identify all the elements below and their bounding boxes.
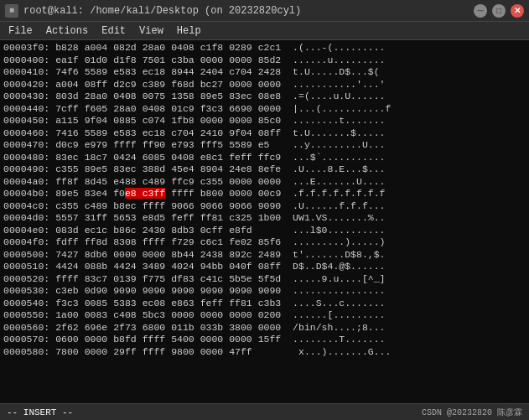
- hex-bytes: a115 9f04 0885 c074 1fb8 0000 0000 85c0: [55, 115, 281, 127]
- hex-address: 0000450:: [3, 115, 55, 127]
- ascii-representation: ......[.........: [281, 309, 385, 322]
- table-row: 00004b0: 89e5 83e4 f0e8 c3ff ffff b800 0…: [3, 188, 526, 200]
- ascii-representation: .(...-(.........: [281, 42, 385, 54]
- ascii-representation: ...l$0..........: [281, 225, 385, 237]
- ascii-representation: /bin/sh....;8...: [281, 322, 385, 334]
- hex-address: 0000560:: [3, 322, 55, 334]
- maximize-button[interactable]: □: [492, 4, 506, 18]
- table-row: 0000490: c355 89e5 83ec 388d 45e4 8904 2…: [3, 163, 526, 176]
- hex-address: 00004c0:: [3, 200, 55, 213]
- ascii-representation: ................: [281, 285, 385, 298]
- ascii-representation: ..y.........U...: [281, 139, 385, 152]
- menu-bar: FileActionsEditViewHelp: [0, 22, 529, 40]
- menu-item-actions[interactable]: Actions: [44, 25, 90, 37]
- hex-address: 0000460:: [3, 127, 55, 140]
- hex-bytes: 74f6 5589 e583 ec18 8944 2404 c704 2428: [55, 66, 281, 79]
- table-row: 0000470: d0c9 e979 ffff ff90 e793 fff5 5…: [3, 139, 526, 152]
- close-button[interactable]: ✕: [511, 4, 524, 18]
- table-row: 0000400: ea1f 01d0 d1f8 7501 c3ba 0000 0…: [3, 54, 526, 67]
- hex-address: 0000540:: [3, 298, 55, 310]
- title-bar: ■ root@kali: /home/kali/Desktop (on 2023…: [0, 0, 529, 22]
- ascii-representation: t.U.......$.....: [281, 127, 385, 140]
- hex-bytes: a004 08ff d2c9 c389 f68d bc27 0000 0000: [55, 79, 281, 91]
- hex-bytes: c355 c489 b8ec ffff 9066 9066 9066 9090: [55, 200, 281, 213]
- hex-address: 0000580:: [3, 346, 55, 359]
- hex-address: 0000520:: [3, 273, 55, 286]
- insert-mode: -- INSERT --: [7, 407, 73, 417]
- table-row: 0000480: 83ec 18c7 0424 6085 0408 e8c1 f…: [3, 152, 526, 164]
- hex-address: 0000530:: [3, 285, 55, 298]
- ascii-representation: .U....8.E...$...: [281, 163, 385, 176]
- table-row: 00003f0: b828 a004 082d 28a0 0408 c1f8 0…: [3, 42, 526, 54]
- hex-bytes: 4424 088b 4424 3489 4024 94bb 040f 08ff: [55, 261, 281, 273]
- menu-item-edit[interactable]: Edit: [100, 25, 127, 37]
- hex-bytes: 89e5 83e4 f0e8 c3ff ffff b800 0000 00c9: [55, 188, 281, 200]
- ascii-representation: ........T.......: [281, 334, 385, 346]
- table-row: 0000410: 74f6 5589 e583 ec18 8944 2404 c…: [3, 66, 526, 79]
- table-row: 0000540: f3c3 0085 5383 ec08 e863 feff f…: [3, 298, 526, 310]
- hex-address: 00004e0:: [3, 225, 55, 237]
- hex-address: 0000490:: [3, 163, 55, 176]
- hex-bytes: 83ec 18c7 0424 6085 0408 e8c1 feff ffc9: [55, 152, 281, 164]
- table-row: 0000550: 1a00 0083 c408 5bc3 0000 0000 0…: [3, 309, 526, 322]
- menu-item-view[interactable]: View: [137, 25, 165, 37]
- hex-address: 00004d0:: [3, 212, 55, 225]
- ascii-representation: ...........'...': [281, 79, 385, 91]
- minimize-button[interactable]: ─: [474, 4, 487, 18]
- hex-address: 0000440:: [3, 103, 55, 116]
- hex-bytes: 803d 28a0 0408 0075 1358 89e5 83ec 08e8: [55, 91, 281, 103]
- hex-bytes: 7416 5589 e583 ec18 c704 2410 9f04 08ff: [55, 127, 281, 140]
- hex-address: 0000570:: [3, 334, 55, 346]
- hex-address: 00004f0:: [3, 236, 55, 249]
- ascii-representation: ........t.......: [281, 115, 385, 127]
- ascii-representation: |...(...........f: [281, 103, 391, 116]
- table-row: 00004d0: 5557 31ff 5653 e8d5 feff ff81 c…: [3, 212, 526, 225]
- ascii-representation: t.U.....D$...$(: [281, 66, 379, 79]
- ascii-representation: UW1.VS.......%..: [281, 212, 385, 225]
- hex-address: 00003f0:: [3, 42, 55, 54]
- table-row: 0000580: 7800 0000 29ff ffff 9800 0000 4…: [3, 346, 526, 359]
- ascii-representation: ...$`...........: [281, 152, 385, 164]
- table-row: 00004f0: fdff ff8d 8308 ffff f729 c6c1 f…: [3, 236, 526, 249]
- hex-bytes: 0600 0000 b8fd ffff 5400 0000 0000 15ff: [55, 334, 281, 346]
- hex-address: 0000410:: [3, 66, 55, 79]
- ascii-representation: ......u.........: [281, 54, 385, 67]
- hex-address: 0000480:: [3, 152, 55, 164]
- table-row: 0000440: 7cff f605 28a0 0408 01c9 f3c3 6…: [3, 103, 526, 116]
- table-row: 0000460: 7416 5589 e583 ec18 c704 2410 9…: [3, 127, 526, 140]
- hex-bytes: 5557 31ff 5653 e8d5 feff ff81 c325 1b00: [55, 212, 281, 225]
- ascii-representation: .f.f.f.f.f.f.f.f: [281, 188, 385, 200]
- hex-address: 0000500:: [3, 249, 55, 262]
- hex-bytes: 7800 0000 29ff ffff 9800 0000 47ff: [55, 346, 287, 359]
- status-bar: -- INSERT -- CSDN @20232820 陈彦霖: [0, 403, 529, 420]
- hex-address: 0000550:: [3, 309, 55, 322]
- table-row: 0000430: 803d 28a0 0408 0075 1358 89e5 8…: [3, 91, 526, 103]
- ascii-representation: t'.......D$8.,$.: [281, 249, 385, 262]
- hex-address: 0000510:: [3, 261, 55, 273]
- ascii-representation: .U......f.f.f...: [281, 200, 385, 213]
- hex-bytes: f3c3 0085 5383 ec08 e863 feff ff81 c3b3: [55, 298, 281, 310]
- table-row: 0000510: 4424 088b 4424 3489 4024 94bb 0…: [3, 261, 526, 273]
- hex-bytes: 7427 8db6 0000 0000 8b44 2438 892c 2489: [55, 249, 281, 262]
- table-row: 00004a0: ff8f 8d45 e488 c489 ffc9 c355 0…: [3, 176, 526, 189]
- table-row: 0000420: a004 08ff d2c9 c389 f68d bc27 0…: [3, 79, 526, 91]
- ascii-representation: .........).....): [281, 236, 385, 249]
- hex-bytes: ff8f 8d45 e488 c489 ffc9 c355 0000 0000: [55, 176, 281, 189]
- ascii-representation: ...E.......U....: [281, 176, 385, 189]
- table-row: 0000570: 0600 0000 b8fd ffff 5400 0000 0…: [3, 334, 526, 346]
- hex-bytes: 2f62 696e 2f73 6800 011b 033b 3800 0000: [55, 322, 281, 334]
- hex-bytes: 083d ec1c b86c 2430 8db3 0cff e8fd: [55, 225, 281, 237]
- hex-bytes: c355 89e5 83ec 388d 45e4 8904 24e8 8efe: [55, 163, 281, 176]
- table-row: 0000530: c3eb 0d90 9090 9090 9090 9090 9…: [3, 285, 526, 298]
- hex-address: 00004b0:: [3, 188, 55, 200]
- menu-item-help[interactable]: Help: [175, 25, 203, 37]
- table-row: 00004e0: 083d ec1c b86c 2430 8db3 0cff e…: [3, 225, 526, 237]
- menu-item-file[interactable]: File: [7, 25, 34, 37]
- table-row: 0000560: 2f62 696e 2f73 6800 011b 033b 3…: [3, 322, 526, 334]
- table-row: 0000520: ffff 83c7 0139 f775 df83 c41c 5…: [3, 273, 526, 286]
- hex-address: 00004a0:: [3, 176, 55, 189]
- hex-bytes: c3eb 0d90 9090 9090 9090 9090 9090 9090: [55, 285, 281, 298]
- hex-bytes: 7cff f605 28a0 0408 01c9 f3c3 6690 0000: [55, 103, 281, 116]
- hex-bytes: ffff 83c7 0139 f775 df83 c41c 5b5e 5f5d: [55, 273, 281, 286]
- window-controls: ─ □ ✕: [474, 4, 524, 18]
